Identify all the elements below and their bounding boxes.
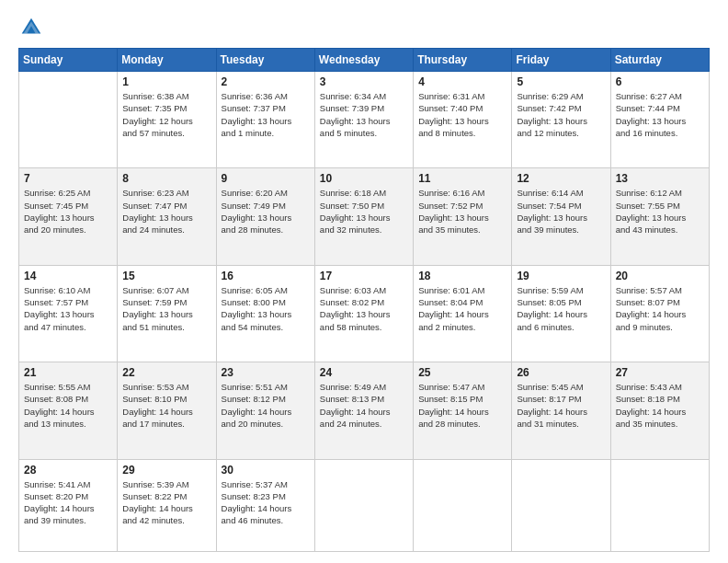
day-info: Sunrise: 6:20 AM Sunset: 7:49 PM Dayligh… [222, 187, 310, 236]
day-number: 19 [517, 270, 605, 282]
calendar-cell: 25Sunrise: 5:47 AM Sunset: 8:15 PM Dayli… [414, 362, 512, 459]
calendar-cell [414, 459, 512, 552]
calendar-cell: 5Sunrise: 6:29 AM Sunset: 7:42 PM Daylig… [512, 72, 610, 168]
day-number: 29 [122, 464, 210, 477]
header [18, 15, 710, 40]
calendar-week-row: 7Sunrise: 6:25 AM Sunset: 7:45 PM Daylig… [19, 168, 710, 265]
day-info: Sunrise: 6:29 AM Sunset: 7:42 PM Dayligh… [517, 90, 605, 139]
day-number: 22 [122, 366, 210, 379]
calendar-cell [314, 459, 413, 552]
day-info: Sunrise: 6:07 AM Sunset: 7:59 PM Dayligh… [122, 284, 210, 333]
weekday-header-sunday: Sunday [19, 49, 118, 72]
day-info: Sunrise: 5:39 AM Sunset: 8:22 PM Dayligh… [122, 478, 210, 527]
calendar-cell: 1Sunrise: 6:38 AM Sunset: 7:35 PM Daylig… [118, 72, 216, 168]
calendar-cell: 20Sunrise: 5:57 AM Sunset: 8:07 PM Dayli… [610, 265, 709, 362]
day-info: Sunrise: 6:16 AM Sunset: 7:52 PM Dayligh… [418, 187, 506, 236]
day-number: 3 [320, 75, 408, 88]
calendar-cell: 30Sunrise: 5:37 AM Sunset: 8:23 PM Dayli… [216, 459, 314, 552]
day-info: Sunrise: 5:41 AM Sunset: 8:20 PM Dayligh… [24, 478, 112, 527]
day-number: 30 [222, 464, 310, 477]
day-info: Sunrise: 6:12 AM Sunset: 7:55 PM Dayligh… [616, 187, 704, 236]
calendar-week-row: 1Sunrise: 6:38 AM Sunset: 7:35 PM Daylig… [19, 72, 710, 168]
calendar-cell: 4Sunrise: 6:31 AM Sunset: 7:40 PM Daylig… [414, 72, 512, 168]
calendar-cell: 10Sunrise: 6:18 AM Sunset: 7:50 PM Dayli… [314, 168, 413, 265]
calendar-header-row: SundayMondayTuesdayWednesdayThursdayFrid… [19, 49, 710, 72]
day-number: 26 [517, 366, 605, 379]
calendar-cell: 3Sunrise: 6:34 AM Sunset: 7:39 PM Daylig… [314, 72, 413, 168]
day-number: 13 [616, 172, 704, 185]
calendar-cell [610, 459, 709, 552]
day-info: Sunrise: 5:37 AM Sunset: 8:23 PM Dayligh… [222, 478, 310, 527]
day-info: Sunrise: 6:36 AM Sunset: 7:37 PM Dayligh… [222, 90, 310, 139]
day-number: 9 [222, 172, 310, 185]
calendar-cell: 24Sunrise: 5:49 AM Sunset: 8:13 PM Dayli… [314, 362, 413, 459]
calendar-cell: 17Sunrise: 6:03 AM Sunset: 8:02 PM Dayli… [314, 265, 413, 362]
page: SundayMondayTuesdayWednesdayThursdayFrid… [0, 0, 728, 563]
day-number: 15 [122, 270, 210, 282]
logo [18, 15, 48, 40]
day-number: 20 [616, 270, 704, 282]
day-info: Sunrise: 5:51 AM Sunset: 8:12 PM Dayligh… [222, 381, 310, 430]
calendar-week-row: 21Sunrise: 5:55 AM Sunset: 8:08 PM Dayli… [19, 362, 710, 459]
calendar-week-row: 28Sunrise: 5:41 AM Sunset: 8:20 PM Dayli… [19, 459, 710, 552]
day-number: 16 [222, 270, 310, 282]
day-info: Sunrise: 6:05 AM Sunset: 8:00 PM Dayligh… [222, 284, 310, 333]
calendar-cell: 9Sunrise: 6:20 AM Sunset: 7:49 PM Daylig… [216, 168, 314, 265]
day-info: Sunrise: 6:01 AM Sunset: 8:04 PM Dayligh… [418, 284, 506, 333]
day-number: 18 [418, 270, 506, 282]
day-number: 4 [418, 75, 506, 88]
weekday-header-thursday: Thursday [414, 49, 512, 72]
day-number: 8 [122, 172, 210, 185]
day-number: 10 [320, 172, 408, 185]
day-info: Sunrise: 6:34 AM Sunset: 7:39 PM Dayligh… [320, 90, 408, 139]
day-info: Sunrise: 6:38 AM Sunset: 7:35 PM Dayligh… [122, 90, 210, 139]
day-number: 6 [616, 75, 704, 88]
calendar-cell: 2Sunrise: 6:36 AM Sunset: 7:37 PM Daylig… [216, 72, 314, 168]
weekday-header-saturday: Saturday [610, 49, 709, 72]
calendar-table: SundayMondayTuesdayWednesdayThursdayFrid… [18, 48, 710, 552]
day-info: Sunrise: 6:10 AM Sunset: 7:57 PM Dayligh… [24, 284, 112, 333]
day-info: Sunrise: 5:55 AM Sunset: 8:08 PM Dayligh… [24, 381, 112, 430]
weekday-header-wednesday: Wednesday [314, 49, 413, 72]
day-info: Sunrise: 5:45 AM Sunset: 8:17 PM Dayligh… [517, 381, 605, 430]
day-number: 5 [517, 75, 605, 88]
calendar-cell: 18Sunrise: 6:01 AM Sunset: 8:04 PM Dayli… [414, 265, 512, 362]
day-info: Sunrise: 5:43 AM Sunset: 8:18 PM Dayligh… [616, 381, 704, 430]
calendar-cell: 16Sunrise: 6:05 AM Sunset: 8:00 PM Dayli… [216, 265, 314, 362]
calendar-cell: 26Sunrise: 5:45 AM Sunset: 8:17 PM Dayli… [512, 362, 610, 459]
calendar-cell [19, 72, 118, 168]
day-info: Sunrise: 5:57 AM Sunset: 8:07 PM Dayligh… [616, 284, 704, 333]
day-number: 1 [122, 75, 210, 88]
calendar-cell: 12Sunrise: 6:14 AM Sunset: 7:54 PM Dayli… [512, 168, 610, 265]
day-info: Sunrise: 6:14 AM Sunset: 7:54 PM Dayligh… [517, 187, 605, 236]
day-number: 21 [24, 366, 112, 379]
day-number: 25 [418, 366, 506, 379]
day-number: 2 [222, 75, 310, 88]
day-info: Sunrise: 6:27 AM Sunset: 7:44 PM Dayligh… [616, 90, 704, 139]
weekday-header-friday: Friday [512, 49, 610, 72]
day-number: 11 [418, 172, 506, 185]
day-number: 14 [24, 270, 112, 282]
calendar-cell: 29Sunrise: 5:39 AM Sunset: 8:22 PM Dayli… [118, 459, 216, 552]
calendar-cell: 14Sunrise: 6:10 AM Sunset: 7:57 PM Dayli… [19, 265, 118, 362]
calendar-cell [512, 459, 610, 552]
day-number: 7 [24, 172, 112, 185]
weekday-header-tuesday: Tuesday [216, 49, 314, 72]
calendar-cell: 11Sunrise: 6:16 AM Sunset: 7:52 PM Dayli… [414, 168, 512, 265]
calendar-cell: 8Sunrise: 6:23 AM Sunset: 7:47 PM Daylig… [118, 168, 216, 265]
day-number: 28 [24, 464, 112, 477]
calendar-cell: 15Sunrise: 6:07 AM Sunset: 7:59 PM Dayli… [118, 265, 216, 362]
day-info: Sunrise: 6:03 AM Sunset: 8:02 PM Dayligh… [320, 284, 408, 333]
weekday-header-monday: Monday [118, 49, 216, 72]
day-info: Sunrise: 6:31 AM Sunset: 7:40 PM Dayligh… [418, 90, 506, 139]
calendar-cell: 13Sunrise: 6:12 AM Sunset: 7:55 PM Dayli… [610, 168, 709, 265]
calendar-cell: 27Sunrise: 5:43 AM Sunset: 8:18 PM Dayli… [610, 362, 709, 459]
day-number: 12 [517, 172, 605, 185]
day-info: Sunrise: 6:25 AM Sunset: 7:45 PM Dayligh… [24, 187, 112, 236]
day-info: Sunrise: 5:53 AM Sunset: 8:10 PM Dayligh… [122, 381, 210, 430]
day-number: 27 [616, 366, 704, 379]
day-number: 24 [320, 366, 408, 379]
day-info: Sunrise: 6:18 AM Sunset: 7:50 PM Dayligh… [320, 187, 408, 236]
calendar-cell: 21Sunrise: 5:55 AM Sunset: 8:08 PM Dayli… [19, 362, 118, 459]
day-number: 17 [320, 270, 408, 282]
